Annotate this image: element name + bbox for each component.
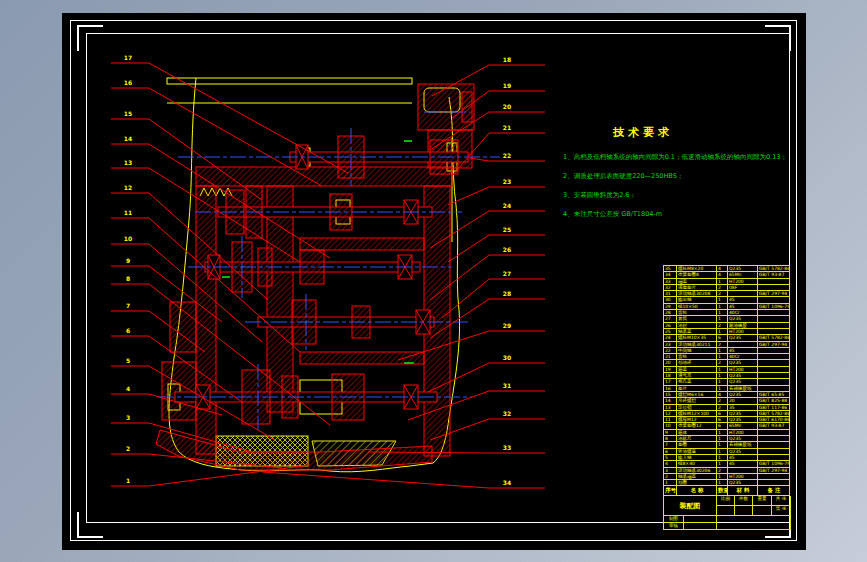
corner-mark-top-right (765, 25, 791, 51)
scale-value (717, 506, 735, 516)
balloon-12: 12 (118, 184, 138, 191)
balloon-8: 8 (118, 275, 138, 282)
balloon-20: 20 (497, 103, 517, 110)
balloon-19: 19 (497, 82, 517, 89)
balloon-33: 33 (497, 444, 517, 451)
weight-value (753, 506, 772, 516)
draw-label: 制图 (664, 516, 684, 523)
balloon-7: 7 (118, 302, 138, 309)
balloon-16: 16 (118, 79, 138, 86)
qty-label: 件数 (735, 496, 753, 506)
balloon-26: 26 (497, 246, 517, 253)
balloon-6: 6 (118, 327, 138, 334)
balloon-9: 9 (118, 257, 138, 264)
scale-label: 比例 (717, 496, 735, 506)
balloon-34: 34 (497, 479, 517, 486)
tech-requirements-list: 1、高档及低档轴系统的轴向间隙为0.1；低速滑动轴系统的轴向间隙为0.13；2、… (563, 153, 818, 218)
balloon-30: 30 (497, 354, 517, 361)
balloon-1: 1 (118, 477, 138, 484)
sheet-no-label: 第 张 (772, 506, 791, 516)
balloon-21: 21 (497, 124, 517, 131)
qty-value (735, 506, 753, 516)
title-block-signature-grid: 制图 审核 (664, 516, 791, 530)
balloon-2: 2 (118, 445, 138, 452)
bom-table: 35螺栓M8×204Q235GB/T 5782-8634弹簧垫圈8465MnGB… (663, 265, 790, 530)
balloon-11: 11 (118, 209, 138, 216)
check-value (684, 523, 717, 530)
balloon-10: 10 (118, 235, 138, 242)
sheets-label: 共 张 (772, 496, 791, 506)
balloon-24: 24 (497, 202, 517, 209)
balloon-13: 13 (118, 159, 138, 166)
balloon-15: 15 (118, 110, 138, 117)
tech-requirement-item: 3、安装圆锥斜度为2.6； (563, 191, 818, 199)
balloon-27: 27 (497, 270, 517, 277)
bom-header-cell: 材 料 (728, 485, 758, 495)
balloon-14: 14 (118, 135, 138, 142)
tech-requirements-title: 技术要求 (613, 127, 818, 139)
cad-viewport: 1716151413121110987654321181920212223242… (0, 0, 867, 562)
signature-extra-cell (717, 516, 791, 530)
bom-header-cell: 备 注 (758, 485, 790, 495)
weight-label: 重量 (753, 496, 772, 506)
balloon-5: 5 (118, 357, 138, 364)
corner-mark-top-left (77, 25, 103, 51)
balloon-28: 28 (497, 290, 517, 297)
draw-value (684, 516, 717, 523)
tech-requirement-item: 4、未注尺寸公差按 GB/T1804-m (563, 210, 818, 218)
balloon-31: 31 (497, 382, 517, 389)
balloon-29: 29 (497, 322, 517, 329)
balloon-4: 4 (118, 385, 138, 392)
bom-rows: 35螺栓M8×204Q235GB/T 5782-8634弹簧垫圈8465MnGB… (664, 265, 790, 485)
balloon-23: 23 (497, 178, 517, 185)
balloon-18: 18 (497, 56, 517, 63)
check-label: 审核 (664, 523, 684, 530)
balloon-3: 3 (118, 414, 138, 421)
bom-header-row: 序号名 称数量材 料备 注 (664, 485, 790, 495)
technical-requirements: 技术要求 1、高档及低档轴系统的轴向间隙为0.1；低速滑动轴系统的轴向间隙为0.… (563, 127, 818, 229)
title-block: 装配图 比例 件数 重量 共 张 第 张 制图 审核 (664, 495, 790, 529)
balloon-17: 17 (118, 54, 138, 61)
balloon-22: 22 (497, 152, 517, 159)
corner-mark-bottom-left (77, 512, 103, 538)
bom-header-cell: 名 称 (677, 485, 717, 495)
drawing-title: 装配图 (664, 496, 717, 516)
title-block-scale-grid: 比例 件数 重量 共 张 第 张 (717, 496, 791, 516)
balloon-25: 25 (497, 226, 517, 233)
bom-header-cell: 数量 (717, 485, 728, 495)
tech-requirement-item: 1、高档及低档轴系统的轴向间隙为0.1；低速滑动轴系统的轴向间隙为0.13； (563, 153, 818, 161)
balloon-32: 32 (497, 410, 517, 417)
tech-requirement-item: 2、调质处理后表面硬度220—250HBS； (563, 172, 818, 180)
bom-header-cell: 序号 (664, 485, 677, 495)
